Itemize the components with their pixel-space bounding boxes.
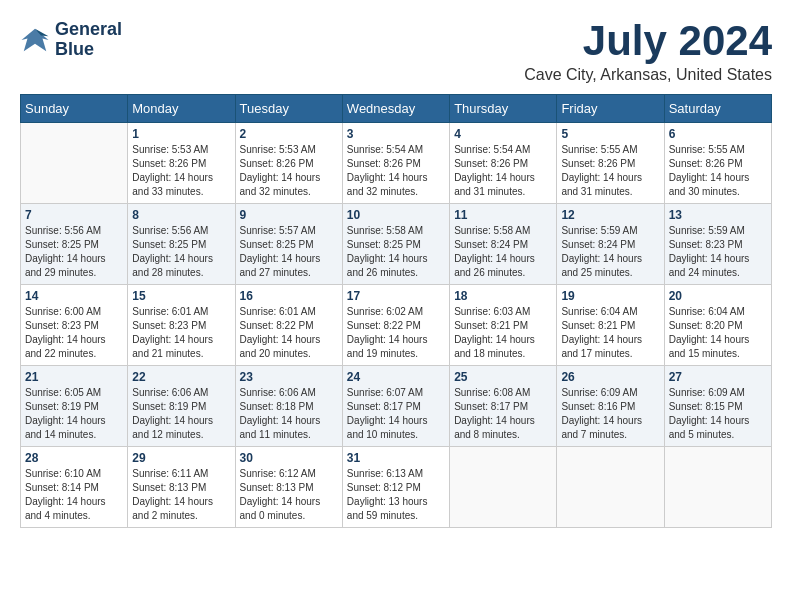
logo-icon bbox=[20, 25, 50, 55]
calendar-cell: 7Sunrise: 5:56 AMSunset: 8:25 PMDaylight… bbox=[21, 204, 128, 285]
day-number: 6 bbox=[669, 127, 767, 141]
header-day-wednesday: Wednesday bbox=[342, 95, 449, 123]
day-info: Sunrise: 5:59 AMSunset: 8:23 PMDaylight:… bbox=[669, 224, 767, 280]
calendar-cell: 10Sunrise: 5:58 AMSunset: 8:25 PMDayligh… bbox=[342, 204, 449, 285]
logo: General Blue bbox=[20, 20, 122, 60]
day-number: 26 bbox=[561, 370, 659, 384]
day-number: 19 bbox=[561, 289, 659, 303]
day-number: 17 bbox=[347, 289, 445, 303]
header-day-sunday: Sunday bbox=[21, 95, 128, 123]
calendar-cell: 15Sunrise: 6:01 AMSunset: 8:23 PMDayligh… bbox=[128, 285, 235, 366]
header-day-monday: Monday bbox=[128, 95, 235, 123]
day-number: 21 bbox=[25, 370, 123, 384]
day-number: 24 bbox=[347, 370, 445, 384]
calendar-cell: 1Sunrise: 5:53 AMSunset: 8:26 PMDaylight… bbox=[128, 123, 235, 204]
day-number: 12 bbox=[561, 208, 659, 222]
day-number: 22 bbox=[132, 370, 230, 384]
header-day-friday: Friday bbox=[557, 95, 664, 123]
calendar-cell: 4Sunrise: 5:54 AMSunset: 8:26 PMDaylight… bbox=[450, 123, 557, 204]
day-info: Sunrise: 5:53 AMSunset: 8:26 PMDaylight:… bbox=[240, 143, 338, 199]
calendar-cell: 24Sunrise: 6:07 AMSunset: 8:17 PMDayligh… bbox=[342, 366, 449, 447]
day-number: 4 bbox=[454, 127, 552, 141]
calendar-cell: 29Sunrise: 6:11 AMSunset: 8:13 PMDayligh… bbox=[128, 447, 235, 528]
header-day-tuesday: Tuesday bbox=[235, 95, 342, 123]
calendar-cell bbox=[450, 447, 557, 528]
day-info: Sunrise: 5:56 AMSunset: 8:25 PMDaylight:… bbox=[25, 224, 123, 280]
day-info: Sunrise: 6:02 AMSunset: 8:22 PMDaylight:… bbox=[347, 305, 445, 361]
calendar-cell bbox=[664, 447, 771, 528]
title-block: July 2024 Cave City, Arkansas, United St… bbox=[524, 20, 772, 84]
calendar-cell: 17Sunrise: 6:02 AMSunset: 8:22 PMDayligh… bbox=[342, 285, 449, 366]
day-number: 16 bbox=[240, 289, 338, 303]
day-info: Sunrise: 6:04 AMSunset: 8:21 PMDaylight:… bbox=[561, 305, 659, 361]
day-info: Sunrise: 6:10 AMSunset: 8:14 PMDaylight:… bbox=[25, 467, 123, 523]
calendar-cell bbox=[21, 123, 128, 204]
calendar-cell: 22Sunrise: 6:06 AMSunset: 8:19 PMDayligh… bbox=[128, 366, 235, 447]
day-info: Sunrise: 6:00 AMSunset: 8:23 PMDaylight:… bbox=[25, 305, 123, 361]
day-number: 7 bbox=[25, 208, 123, 222]
day-number: 31 bbox=[347, 451, 445, 465]
day-info: Sunrise: 6:13 AMSunset: 8:12 PMDaylight:… bbox=[347, 467, 445, 523]
day-info: Sunrise: 6:05 AMSunset: 8:19 PMDaylight:… bbox=[25, 386, 123, 442]
calendar-cell: 19Sunrise: 6:04 AMSunset: 8:21 PMDayligh… bbox=[557, 285, 664, 366]
calendar-cell: 6Sunrise: 5:55 AMSunset: 8:26 PMDaylight… bbox=[664, 123, 771, 204]
day-number: 23 bbox=[240, 370, 338, 384]
calendar-cell: 31Sunrise: 6:13 AMSunset: 8:12 PMDayligh… bbox=[342, 447, 449, 528]
day-info: Sunrise: 5:58 AMSunset: 8:25 PMDaylight:… bbox=[347, 224, 445, 280]
header-day-thursday: Thursday bbox=[450, 95, 557, 123]
day-info: Sunrise: 5:59 AMSunset: 8:24 PMDaylight:… bbox=[561, 224, 659, 280]
day-info: Sunrise: 6:06 AMSunset: 8:19 PMDaylight:… bbox=[132, 386, 230, 442]
day-info: Sunrise: 6:09 AMSunset: 8:15 PMDaylight:… bbox=[669, 386, 767, 442]
day-number: 8 bbox=[132, 208, 230, 222]
day-info: Sunrise: 6:08 AMSunset: 8:17 PMDaylight:… bbox=[454, 386, 552, 442]
calendar-cell: 9Sunrise: 5:57 AMSunset: 8:25 PMDaylight… bbox=[235, 204, 342, 285]
day-number: 30 bbox=[240, 451, 338, 465]
day-info: Sunrise: 5:53 AMSunset: 8:26 PMDaylight:… bbox=[132, 143, 230, 199]
calendar-cell: 25Sunrise: 6:08 AMSunset: 8:17 PMDayligh… bbox=[450, 366, 557, 447]
calendar-cell: 13Sunrise: 5:59 AMSunset: 8:23 PMDayligh… bbox=[664, 204, 771, 285]
calendar-table: SundayMondayTuesdayWednesdayThursdayFrid… bbox=[20, 94, 772, 528]
calendar-header: SundayMondayTuesdayWednesdayThursdayFrid… bbox=[21, 95, 772, 123]
day-info: Sunrise: 5:58 AMSunset: 8:24 PMDaylight:… bbox=[454, 224, 552, 280]
day-info: Sunrise: 5:55 AMSunset: 8:26 PMDaylight:… bbox=[561, 143, 659, 199]
calendar-cell: 30Sunrise: 6:12 AMSunset: 8:13 PMDayligh… bbox=[235, 447, 342, 528]
calendar-week-1: 1Sunrise: 5:53 AMSunset: 8:26 PMDaylight… bbox=[21, 123, 772, 204]
day-info: Sunrise: 6:12 AMSunset: 8:13 PMDaylight:… bbox=[240, 467, 338, 523]
day-info: Sunrise: 6:01 AMSunset: 8:23 PMDaylight:… bbox=[132, 305, 230, 361]
calendar-cell: 8Sunrise: 5:56 AMSunset: 8:25 PMDaylight… bbox=[128, 204, 235, 285]
calendar-cell: 16Sunrise: 6:01 AMSunset: 8:22 PMDayligh… bbox=[235, 285, 342, 366]
day-number: 28 bbox=[25, 451, 123, 465]
calendar-cell: 28Sunrise: 6:10 AMSunset: 8:14 PMDayligh… bbox=[21, 447, 128, 528]
day-number: 20 bbox=[669, 289, 767, 303]
calendar-cell: 14Sunrise: 6:00 AMSunset: 8:23 PMDayligh… bbox=[21, 285, 128, 366]
day-info: Sunrise: 5:54 AMSunset: 8:26 PMDaylight:… bbox=[454, 143, 552, 199]
day-number: 10 bbox=[347, 208, 445, 222]
calendar-cell bbox=[557, 447, 664, 528]
subtitle: Cave City, Arkansas, United States bbox=[524, 66, 772, 84]
day-number: 13 bbox=[669, 208, 767, 222]
day-number: 9 bbox=[240, 208, 338, 222]
day-number: 11 bbox=[454, 208, 552, 222]
day-number: 18 bbox=[454, 289, 552, 303]
day-number: 25 bbox=[454, 370, 552, 384]
day-number: 27 bbox=[669, 370, 767, 384]
day-info: Sunrise: 6:03 AMSunset: 8:21 PMDaylight:… bbox=[454, 305, 552, 361]
calendar-week-3: 14Sunrise: 6:00 AMSunset: 8:23 PMDayligh… bbox=[21, 285, 772, 366]
day-number: 15 bbox=[132, 289, 230, 303]
day-number: 2 bbox=[240, 127, 338, 141]
main-title: July 2024 bbox=[524, 20, 772, 62]
header-row: SundayMondayTuesdayWednesdayThursdayFrid… bbox=[21, 95, 772, 123]
header-day-saturday: Saturday bbox=[664, 95, 771, 123]
day-info: Sunrise: 6:07 AMSunset: 8:17 PMDaylight:… bbox=[347, 386, 445, 442]
day-info: Sunrise: 6:11 AMSunset: 8:13 PMDaylight:… bbox=[132, 467, 230, 523]
calendar-cell: 26Sunrise: 6:09 AMSunset: 8:16 PMDayligh… bbox=[557, 366, 664, 447]
calendar-cell: 2Sunrise: 5:53 AMSunset: 8:26 PMDaylight… bbox=[235, 123, 342, 204]
calendar-cell: 18Sunrise: 6:03 AMSunset: 8:21 PMDayligh… bbox=[450, 285, 557, 366]
calendar-cell: 3Sunrise: 5:54 AMSunset: 8:26 PMDaylight… bbox=[342, 123, 449, 204]
page-header: General Blue July 2024 Cave City, Arkans… bbox=[20, 20, 772, 84]
day-info: Sunrise: 6:01 AMSunset: 8:22 PMDaylight:… bbox=[240, 305, 338, 361]
calendar-cell: 27Sunrise: 6:09 AMSunset: 8:15 PMDayligh… bbox=[664, 366, 771, 447]
calendar-cell: 20Sunrise: 6:04 AMSunset: 8:20 PMDayligh… bbox=[664, 285, 771, 366]
calendar-cell: 23Sunrise: 6:06 AMSunset: 8:18 PMDayligh… bbox=[235, 366, 342, 447]
day-info: Sunrise: 5:54 AMSunset: 8:26 PMDaylight:… bbox=[347, 143, 445, 199]
